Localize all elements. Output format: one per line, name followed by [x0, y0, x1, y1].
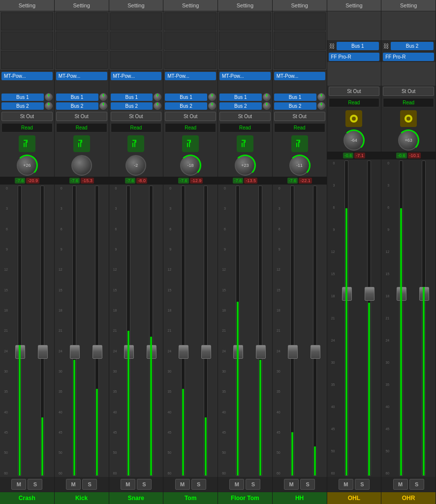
automation-button-kick[interactable]: Read	[56, 123, 107, 132]
fader-handle-right-crash[interactable]	[38, 345, 48, 359]
music-icon-snare[interactable]	[127, 135, 144, 152]
output-button-ohr[interactable]: St Out	[383, 87, 434, 96]
send-button-bus1_send-hh[interactable]: Bus 1	[274, 94, 316, 101]
solo-button-floor-tom[interactable]: S	[246, 479, 260, 490]
pan-knob-ohl[interactable]: -64	[343, 130, 364, 151]
fader-track-right-ohr[interactable]	[422, 160, 426, 476]
output-button-floor-tom[interactable]: St Out	[219, 112, 271, 121]
mute-button-crash[interactable]: M	[11, 479, 26, 490]
send-button-bus2_send-floor-tom[interactable]: Bus 2	[219, 102, 262, 110]
pan-knob-kick[interactable]	[71, 155, 92, 176]
fader-track-right-tom[interactable]	[204, 186, 208, 476]
setting-button-ohl[interactable]: Setting	[327, 0, 381, 11]
setting-button-hh[interactable]: Setting	[273, 0, 327, 11]
music-icon-tom[interactable]	[182, 135, 199, 152]
send-button-bus2_send-snare[interactable]: Bus 2	[111, 102, 153, 110]
send-knob-bus2_send-hh[interactable]	[317, 102, 325, 110]
automation-button-crash[interactable]: Read	[1, 123, 53, 132]
output-button-kick[interactable]: St Out	[56, 112, 107, 121]
send-button-bus1_send-kick[interactable]: Bus 1	[56, 94, 98, 101]
fader-track-left-hh[interactable]	[290, 186, 294, 476]
fader-track-right-crash[interactable]	[40, 186, 44, 476]
send-knob-bus1_send-kick[interactable]	[99, 93, 107, 101]
automation-button-floor-tom[interactable]: Read	[219, 123, 271, 132]
solo-button-ohr[interactable]: S	[409, 479, 424, 490]
setting-button-snare[interactable]: Setting	[109, 0, 163, 11]
automation-button-snare[interactable]: Read	[111, 123, 162, 132]
fader-track-left-tom[interactable]	[181, 186, 185, 476]
fader-handle-left-kick[interactable]	[70, 345, 80, 359]
pan-knob-floor-tom[interactable]: +23	[235, 155, 255, 176]
solo-button-tom[interactable]: S	[191, 479, 206, 490]
plugin-button-crash[interactable]: MT-Pow...	[1, 72, 53, 80]
fader-track-left-ohr[interactable]	[399, 160, 403, 476]
fader-track-right-hh[interactable]	[313, 186, 317, 476]
output-button-tom[interactable]: St Out	[165, 112, 216, 121]
setting-button-tom[interactable]: Setting	[163, 0, 218, 11]
automation-button-ohr[interactable]: Read	[383, 98, 434, 107]
send-knob-bus1_send-snare[interactable]	[154, 93, 161, 101]
setting-button-floor-tom[interactable]: Setting	[218, 0, 272, 11]
fader-track-left-ohl[interactable]	[344, 160, 348, 476]
solo-button-snare[interactable]: S	[137, 479, 152, 490]
fader-handle-left-hh[interactable]	[288, 345, 298, 359]
send-button-bus2_send-hh[interactable]: Bus 2	[274, 102, 316, 110]
fader-track-right-snare[interactable]	[149, 186, 153, 476]
output-button-ohl[interactable]: St Out	[329, 87, 380, 96]
mute-button-floor-tom[interactable]: M	[229, 479, 244, 490]
fader-handle-right-floor-tom[interactable]	[256, 345, 266, 359]
bus-name-button-ohr[interactable]: Bus 2	[391, 42, 434, 50]
setting-button-kick[interactable]: Setting	[55, 0, 109, 11]
fader-handle-right-hh[interactable]	[311, 345, 320, 359]
plugin-button-ohl[interactable]: FF Pro-R	[329, 53, 380, 61]
bus-name-button-ohl[interactable]: Bus 1	[337, 42, 379, 50]
solo-button-kick[interactable]: S	[82, 479, 97, 490]
pan-knob-hh[interactable]: -11	[289, 155, 310, 176]
mute-button-snare[interactable]: M	[121, 479, 135, 490]
send-knob-bus2_send-crash[interactable]	[45, 102, 53, 110]
solo-button-hh[interactable]: S	[300, 479, 315, 490]
solo-button-crash[interactable]: S	[28, 479, 42, 490]
mute-button-kick[interactable]: M	[66, 479, 81, 490]
send-button-bus2_send-kick[interactable]: Bus 2	[56, 102, 98, 110]
send-knob-bus2_send-kick[interactable]	[99, 102, 107, 110]
music-icon-ohl[interactable]	[345, 110, 362, 127]
fader-handle-right-ohl[interactable]	[365, 287, 374, 301]
fader-track-right-ohl[interactable]	[367, 160, 371, 476]
automation-button-ohl[interactable]: Read	[329, 98, 380, 107]
plugin-button-ohr[interactable]: FF Pro-R	[383, 53, 434, 61]
send-knob-bus1_send-crash[interactable]	[45, 93, 53, 101]
output-button-crash[interactable]: St Out	[1, 112, 53, 121]
send-button-bus1_send-floor-tom[interactable]: Bus 1	[219, 94, 262, 101]
mute-button-ohr[interactable]: M	[393, 479, 408, 490]
pan-knob-ohr[interactable]: +63	[398, 130, 419, 151]
plugin-button-tom[interactable]: MT-Pow...	[165, 72, 216, 80]
send-knob-bus1_send-floor-tom[interactable]	[263, 93, 271, 101]
output-button-snare[interactable]: St Out	[111, 112, 162, 121]
fader-track-right-floor-tom[interactable]	[258, 186, 262, 476]
send-button-bus1_send-crash[interactable]: Bus 1	[1, 94, 44, 101]
mute-button-tom[interactable]: M	[175, 479, 190, 490]
send-knob-bus2_send-snare[interactable]	[154, 102, 161, 110]
pan-knob-snare[interactable]: -2	[125, 155, 146, 176]
music-icon-ohr[interactable]	[400, 110, 417, 127]
setting-button-crash[interactable]: Setting	[0, 0, 54, 11]
setting-button-ohr[interactable]: Setting	[381, 0, 436, 11]
plugin-button-hh[interactable]: MT-Pow...	[274, 72, 325, 80]
send-knob-bus2_send-floor-tom[interactable]	[263, 102, 271, 110]
music-icon-hh[interactable]	[291, 135, 308, 152]
pan-knob-tom[interactable]: -18	[180, 155, 201, 176]
fader-track-left-kick[interactable]	[72, 186, 76, 476]
automation-button-hh[interactable]: Read	[274, 123, 325, 132]
fader-track-left-floor-tom[interactable]	[236, 186, 240, 476]
solo-button-ohl[interactable]: S	[355, 479, 370, 490]
send-knob-bus1_send-hh[interactable]	[317, 93, 325, 101]
fader-track-right-kick[interactable]	[95, 186, 99, 476]
fader-track-left-crash[interactable]	[18, 186, 22, 476]
send-knob-bus2_send-tom[interactable]	[208, 102, 216, 110]
music-icon-crash[interactable]	[19, 135, 35, 152]
fader-track-left-snare[interactable]	[126, 186, 130, 476]
plugin-button-snare[interactable]: MT-Pow...	[111, 72, 162, 80]
send-button-bus1_send-tom[interactable]: Bus 1	[165, 94, 207, 101]
output-button-hh[interactable]: St Out	[274, 112, 325, 121]
